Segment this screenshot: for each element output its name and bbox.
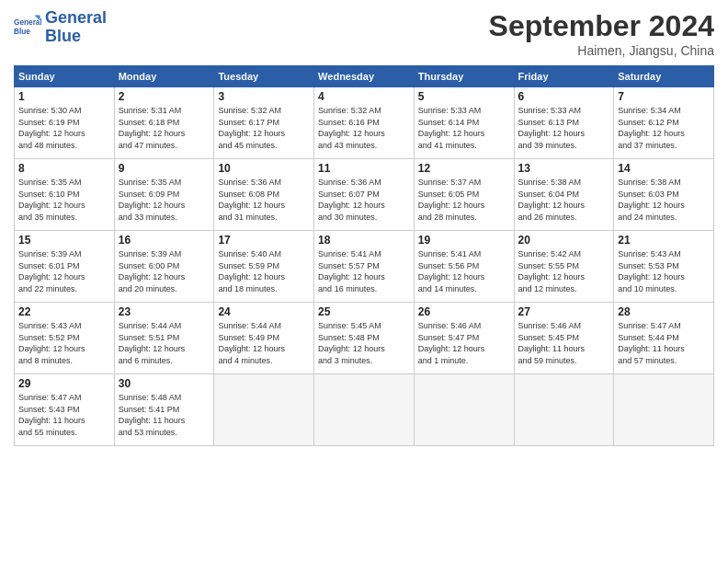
day-info: Sunrise: 5:38 AM Sunset: 6:04 PM Dayligh…	[518, 177, 610, 223]
page: General Blue General Blue September 2024…	[0, 0, 728, 563]
calendar-week-4: 22Sunrise: 5:43 AM Sunset: 5:52 PM Dayli…	[15, 303, 714, 374]
weekday-header-monday: Monday	[114, 66, 214, 87]
day-number: 7	[618, 90, 710, 103]
calendar-cell: 14Sunrise: 5:38 AM Sunset: 6:03 PM Dayli…	[614, 159, 714, 231]
day-number: 1	[18, 90, 110, 103]
logo-line1: General	[45, 8, 107, 27]
day-info: Sunrise: 5:35 AM Sunset: 6:10 PM Dayligh…	[18, 177, 110, 223]
title-block: September 2024 Haimen, Jiangsu, China	[489, 9, 714, 58]
day-number: 26	[418, 305, 510, 318]
weekday-header-saturday: Saturday	[614, 66, 714, 87]
day-number: 9	[119, 162, 210, 175]
day-info: Sunrise: 5:45 AM Sunset: 5:48 PM Dayligh…	[318, 320, 410, 366]
title-location: Haimen, Jiangsu, China	[489, 43, 714, 58]
day-info: Sunrise: 5:37 AM Sunset: 6:05 PM Dayligh…	[418, 177, 510, 223]
day-number: 29	[18, 377, 110, 390]
day-info: Sunrise: 5:38 AM Sunset: 6:03 PM Dayligh…	[618, 177, 710, 223]
day-info: Sunrise: 5:40 AM Sunset: 5:59 PM Dayligh…	[218, 248, 310, 294]
calendar-cell	[514, 374, 614, 446]
calendar-cell: 12Sunrise: 5:37 AM Sunset: 6:05 PM Dayli…	[414, 159, 514, 231]
day-info: Sunrise: 5:30 AM Sunset: 6:19 PM Dayligh…	[18, 105, 110, 151]
calendar-cell: 24Sunrise: 5:44 AM Sunset: 5:49 PM Dayli…	[214, 303, 314, 374]
day-number: 16	[119, 234, 210, 247]
calendar-cell: 17Sunrise: 5:40 AM Sunset: 5:59 PM Dayli…	[214, 231, 314, 303]
weekday-header-thursday: Thursday	[414, 66, 514, 87]
day-number: 12	[418, 162, 510, 175]
day-number: 5	[418, 90, 510, 103]
calendar-cell: 30Sunrise: 5:48 AM Sunset: 5:41 PM Dayli…	[114, 374, 214, 446]
day-info: Sunrise: 5:33 AM Sunset: 6:13 PM Dayligh…	[518, 105, 610, 151]
calendar-week-1: 1Sunrise: 5:30 AM Sunset: 6:19 PM Daylig…	[15, 87, 714, 159]
day-info: Sunrise: 5:35 AM Sunset: 6:09 PM Dayligh…	[119, 177, 210, 223]
logo-text: General Blue	[45, 9, 107, 46]
calendar-cell: 9Sunrise: 5:35 AM Sunset: 6:09 PM Daylig…	[114, 159, 214, 231]
calendar-cell: 15Sunrise: 5:39 AM Sunset: 6:01 PM Dayli…	[15, 231, 115, 303]
calendar-week-2: 8Sunrise: 5:35 AM Sunset: 6:10 PM Daylig…	[15, 159, 714, 231]
day-number: 11	[318, 162, 410, 175]
calendar-cell: 4Sunrise: 5:32 AM Sunset: 6:16 PM Daylig…	[314, 87, 415, 159]
day-number: 24	[218, 305, 310, 318]
day-info: Sunrise: 5:46 AM Sunset: 5:47 PM Dayligh…	[418, 320, 510, 366]
day-number: 3	[218, 90, 310, 103]
calendar-cell	[614, 374, 714, 446]
calendar-cell: 2Sunrise: 5:31 AM Sunset: 6:18 PM Daylig…	[114, 87, 214, 159]
svg-text:Blue: Blue	[14, 28, 30, 36]
header: General Blue General Blue September 2024…	[14, 9, 714, 58]
weekday-header-wednesday: Wednesday	[314, 66, 415, 87]
weekday-header-tuesday: Tuesday	[214, 66, 314, 87]
day-info: Sunrise: 5:47 AM Sunset: 5:44 PM Dayligh…	[618, 320, 710, 366]
weekday-header-row: SundayMondayTuesdayWednesdayThursdayFrid…	[15, 66, 714, 87]
calendar-week-3: 15Sunrise: 5:39 AM Sunset: 6:01 PM Dayli…	[15, 231, 714, 303]
calendar-cell: 6Sunrise: 5:33 AM Sunset: 6:13 PM Daylig…	[514, 87, 614, 159]
calendar-cell: 19Sunrise: 5:41 AM Sunset: 5:56 PM Dayli…	[414, 231, 514, 303]
day-info: Sunrise: 5:31 AM Sunset: 6:18 PM Dayligh…	[119, 105, 210, 151]
calendar-cell: 21Sunrise: 5:43 AM Sunset: 5:53 PM Dayli…	[614, 231, 714, 303]
day-info: Sunrise: 5:44 AM Sunset: 5:49 PM Dayligh…	[218, 320, 310, 366]
day-number: 8	[18, 162, 110, 175]
day-info: Sunrise: 5:41 AM Sunset: 5:57 PM Dayligh…	[318, 248, 410, 294]
day-number: 4	[318, 90, 410, 103]
weekday-header-friday: Friday	[514, 66, 614, 87]
calendar-cell: 18Sunrise: 5:41 AM Sunset: 5:57 PM Dayli…	[314, 231, 415, 303]
day-number: 10	[218, 162, 310, 175]
day-number: 18	[318, 234, 410, 247]
day-info: Sunrise: 5:32 AM Sunset: 6:16 PM Dayligh…	[318, 105, 410, 151]
day-number: 6	[518, 90, 610, 103]
day-info: Sunrise: 5:36 AM Sunset: 6:07 PM Dayligh…	[318, 177, 410, 223]
calendar-cell: 22Sunrise: 5:43 AM Sunset: 5:52 PM Dayli…	[15, 303, 115, 374]
calendar-cell	[314, 374, 415, 446]
day-info: Sunrise: 5:39 AM Sunset: 6:00 PM Dayligh…	[119, 248, 210, 294]
day-info: Sunrise: 5:43 AM Sunset: 5:52 PM Dayligh…	[18, 320, 110, 366]
day-info: Sunrise: 5:33 AM Sunset: 6:14 PM Dayligh…	[418, 105, 510, 151]
weekday-header-sunday: Sunday	[15, 66, 115, 87]
calendar-cell: 27Sunrise: 5:46 AM Sunset: 5:45 PM Dayli…	[514, 303, 614, 374]
day-info: Sunrise: 5:36 AM Sunset: 6:08 PM Dayligh…	[218, 177, 310, 223]
calendar-cell: 20Sunrise: 5:42 AM Sunset: 5:55 PM Dayli…	[514, 231, 614, 303]
calendar-cell: 29Sunrise: 5:47 AM Sunset: 5:43 PM Dayli…	[15, 374, 115, 446]
calendar-cell: 11Sunrise: 5:36 AM Sunset: 6:07 PM Dayli…	[314, 159, 415, 231]
day-number: 28	[618, 305, 710, 318]
calendar-cell: 8Sunrise: 5:35 AM Sunset: 6:10 PM Daylig…	[15, 159, 115, 231]
logo-icon: General Blue	[14, 14, 41, 41]
day-number: 19	[418, 234, 510, 247]
calendar-cell: 5Sunrise: 5:33 AM Sunset: 6:14 PM Daylig…	[414, 87, 514, 159]
calendar-week-5: 29Sunrise: 5:47 AM Sunset: 5:43 PM Dayli…	[15, 374, 714, 446]
title-month: September 2024	[489, 9, 714, 43]
day-number: 14	[618, 162, 710, 175]
calendar-cell: 7Sunrise: 5:34 AM Sunset: 6:12 PM Daylig…	[614, 87, 714, 159]
calendar-cell: 23Sunrise: 5:44 AM Sunset: 5:51 PM Dayli…	[114, 303, 214, 374]
calendar-cell: 1Sunrise: 5:30 AM Sunset: 6:19 PM Daylig…	[15, 87, 115, 159]
day-number: 30	[119, 377, 210, 390]
calendar-table: SundayMondayTuesdayWednesdayThursdayFrid…	[14, 65, 714, 446]
calendar-cell: 10Sunrise: 5:36 AM Sunset: 6:08 PM Dayli…	[214, 159, 314, 231]
day-info: Sunrise: 5:41 AM Sunset: 5:56 PM Dayligh…	[418, 248, 510, 294]
day-number: 27	[518, 305, 610, 318]
calendar-cell: 3Sunrise: 5:32 AM Sunset: 6:17 PM Daylig…	[214, 87, 314, 159]
day-number: 13	[518, 162, 610, 175]
day-info: Sunrise: 5:34 AM Sunset: 6:12 PM Dayligh…	[618, 105, 710, 151]
day-info: Sunrise: 5:48 AM Sunset: 5:41 PM Dayligh…	[119, 392, 210, 438]
day-info: Sunrise: 5:39 AM Sunset: 6:01 PM Dayligh…	[18, 248, 110, 294]
calendar-cell	[214, 374, 314, 446]
day-number: 15	[18, 234, 110, 247]
calendar-cell: 25Sunrise: 5:45 AM Sunset: 5:48 PM Dayli…	[314, 303, 415, 374]
